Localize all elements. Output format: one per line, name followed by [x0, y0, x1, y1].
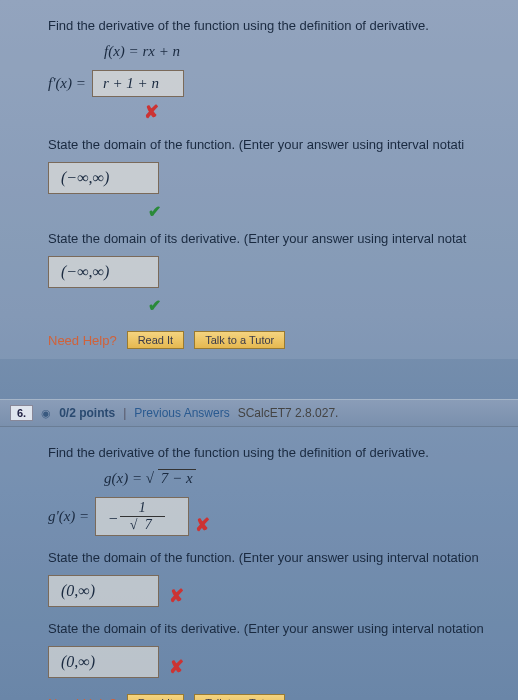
q5-answer2-mark: ✔	[148, 202, 500, 221]
spacer	[0, 359, 518, 399]
q6-answer2-mark: ✘	[169, 585, 184, 607]
q5-answer1-row: f'(x) = r + 1 + n	[48, 70, 500, 97]
q6-reference: SCalcET7 2.8.027.	[238, 406, 339, 420]
q6-need-help: Need Help? Read It Talk to a Tutor	[48, 694, 500, 700]
talk-tutor-button[interactable]: Talk to a Tutor	[194, 694, 285, 700]
q5-answer3-row: (−∞,∞)	[48, 256, 500, 288]
q6-answer1-label: g'(x) =	[48, 508, 89, 525]
x-icon: ✘	[144, 102, 159, 122]
fraction-numerator: 1	[120, 500, 165, 517]
q5-answer1-input[interactable]: r + 1 + n	[92, 70, 184, 97]
q6-answer3-mark: ✘	[169, 656, 184, 678]
q5-answer2-input[interactable]: (−∞,∞)	[48, 162, 159, 194]
q6-fn-radicand: 7 − x	[158, 469, 196, 486]
question-5: Find the derivative of the function usin…	[0, 0, 518, 359]
read-it-button[interactable]: Read It	[127, 331, 184, 349]
check-icon: ✔	[148, 203, 161, 220]
eye-icon: ◉	[41, 407, 51, 420]
q5-answer1-mark: ✘	[144, 101, 500, 123]
q5-need-help: Need Help? Read It Talk to a Tutor	[48, 331, 500, 349]
q5-prompt: Find the derivative of the function usin…	[48, 18, 500, 33]
fraction-denominator: 7	[120, 517, 165, 533]
q5-function: f(x) = rx + n	[104, 43, 500, 60]
sqrt-icon: 7	[130, 517, 155, 533]
q5-sub1: State the domain of the function. (Enter…	[48, 137, 500, 152]
talk-tutor-button[interactable]: Talk to a Tutor	[194, 331, 285, 349]
q5-answer1-label: f'(x) =	[48, 75, 86, 92]
question-6-header: 6. ◉ 0/2 points | Previous Answers SCalc…	[0, 399, 518, 427]
q6-answer1-row: g'(x) = − 1 7 ✘	[48, 497, 500, 536]
q6-sub2: State the domain of its derivative. (Ent…	[48, 621, 500, 636]
q6-function: g(x) = 7 − x	[104, 470, 500, 487]
x-icon: ✘	[169, 657, 184, 677]
fraction: − 1 7	[120, 500, 165, 533]
q6-answer3-row: (0,∞) ✘	[48, 646, 500, 678]
q6-answer2-row: (0,∞) ✘	[48, 575, 500, 607]
check-icon: ✔	[148, 297, 161, 314]
sqrt-icon: 7 − x	[146, 470, 196, 487]
read-it-button[interactable]: Read It	[127, 694, 184, 700]
q6-points: 0/2 points	[59, 406, 115, 420]
q6-prompt: Find the derivative of the function usin…	[48, 445, 500, 460]
q6-number: 6.	[10, 405, 33, 421]
q6-previous-answers[interactable]: Previous Answers	[134, 406, 229, 420]
x-icon: ✘	[195, 515, 210, 535]
x-icon: ✘	[169, 586, 184, 606]
q6-answer2-input[interactable]: (0,∞)	[48, 575, 159, 607]
q5-sub2: State the domain of its derivative. (Ent…	[48, 231, 500, 246]
q5-answer3-input[interactable]: (−∞,∞)	[48, 256, 159, 288]
q6-answer1-input[interactable]: − 1 7	[95, 497, 189, 536]
q6-answer1-mark: ✘	[195, 514, 210, 536]
q6-denom-radicand: 7	[142, 516, 155, 532]
q5-answer2-row: (−∞,∞)	[48, 162, 500, 194]
q5-answer3-mark: ✔	[148, 296, 500, 315]
question-6-body: Find the derivative of the function usin…	[0, 427, 518, 700]
question-5-body: Find the derivative of the function usin…	[0, 0, 518, 359]
q6-answer3-input[interactable]: (0,∞)	[48, 646, 159, 678]
negative-sign: −	[108, 510, 119, 528]
need-help-label: Need Help?	[48, 696, 117, 701]
q6-fn-lhs: g(x) =	[104, 470, 146, 486]
q6-sub1: State the domain of the function. (Enter…	[48, 550, 500, 565]
question-6: 6. ◉ 0/2 points | Previous Answers SCalc…	[0, 399, 518, 700]
need-help-label: Need Help?	[48, 333, 117, 348]
